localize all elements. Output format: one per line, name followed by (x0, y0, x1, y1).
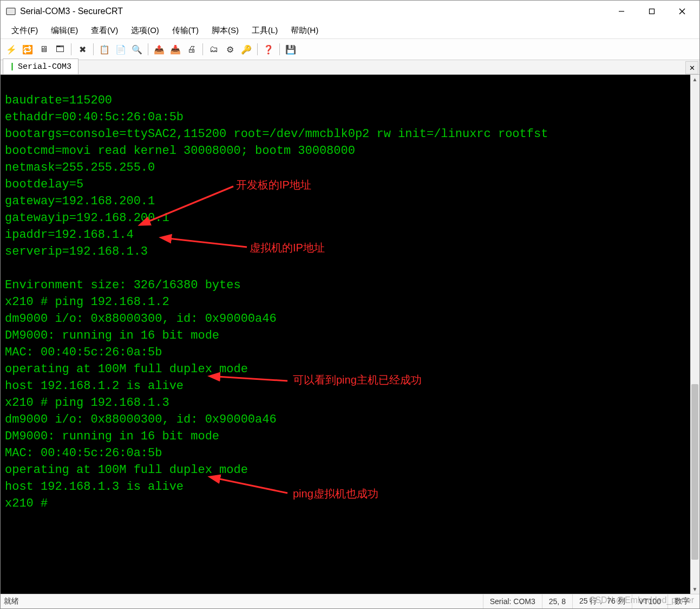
terminal-output[interactable]: baudrate=115200 ethaddr=00:40:5c:26:0a:5… (1, 87, 697, 582)
tool-reconnect-icon[interactable]: 🔁 (20, 42, 35, 57)
menu-view[interactable]: 查看(V) (84, 23, 125, 38)
toolbar-separator (148, 43, 148, 55)
titlebar: Serial-COM3 - SecureCRT (1, 1, 699, 22)
menu-file[interactable]: 文件(F) (5, 23, 44, 38)
svg-rect-1 (8, 9, 14, 14)
app-icon (6, 7, 16, 16)
menu-transfer[interactable]: 传输(T) (166, 23, 205, 38)
tool-quick-connect-icon[interactable]: ⚡ (4, 42, 19, 57)
tool-settings-icon[interactable]: ⚙ (223, 42, 238, 57)
tool-paste-icon[interactable]: 📄 (113, 42, 128, 57)
status-size: 25 行， 76 列 (572, 594, 632, 608)
tool-delete-icon[interactable]: ✖ (75, 42, 90, 57)
vertical-scrollbar[interactable]: ▲ ▼ (690, 75, 699, 594)
status-term: VT100 (632, 594, 668, 608)
toolbar-separator (257, 43, 258, 55)
tool-help-icon[interactable]: ❓ (261, 42, 276, 57)
toolbar-separator (279, 43, 280, 55)
tab-close-button[interactable]: ✕ (685, 61, 698, 74)
tool-new-session-icon[interactable]: 🖥 (36, 42, 51, 57)
menu-options[interactable]: 选项(O) (125, 23, 166, 38)
tab-bar: | Serial-COM3 ✕ (1, 60, 699, 75)
status-cursor: 25, 8 (542, 594, 572, 608)
statusbar: 就绪 Serial: COM3 25, 8 25 行， 76 列 VT100 数… (1, 594, 699, 608)
toolbar: ⚡ 🔁 🖥 🗔 ✖ 📋 📄 🔍 📤 📥 🖨 🗂 ⚙ 🔑 ❓ 💾 (1, 39, 699, 60)
terminal-area: baudrate=115200 ethaddr=00:40:5c:26:0a:5… (1, 75, 699, 594)
svg-rect-3 (650, 9, 655, 14)
scroll-thumb[interactable] (691, 384, 698, 559)
close-button[interactable] (667, 1, 697, 22)
status-extra: 数字 (668, 594, 696, 608)
status-serial: Serial: COM3 (483, 594, 542, 608)
menu-script[interactable]: 脚本(S) (205, 23, 245, 38)
toolbar-separator (202, 43, 203, 55)
tool-print-icon[interactable]: 🖨 (184, 42, 199, 57)
minimize-button[interactable] (606, 1, 637, 22)
tool-send-icon[interactable]: 📤 (152, 42, 167, 57)
maximize-button[interactable] (637, 1, 667, 22)
status-ready: 就绪 (4, 597, 19, 606)
toolbar-separator (71, 43, 71, 55)
menu-help[interactable]: 帮助(H) (284, 23, 325, 38)
window-title: Serial-COM3 - SecureCRT (20, 7, 123, 16)
session-tab-label: Serial-COM3 (18, 62, 71, 72)
tool-disconnect-icon[interactable]: 🗔 (53, 42, 68, 57)
connection-status-icon: | (10, 62, 15, 72)
tool-receive-icon[interactable]: 📥 (168, 42, 183, 57)
scroll-up-button[interactable]: ▲ (690, 75, 699, 84)
scroll-track[interactable] (690, 84, 699, 585)
app-window: Serial-COM3 - SecureCRT 文件(F) 编辑(E) 查看(V… (0, 0, 700, 609)
toolbar-separator (93, 43, 94, 55)
menu-edit[interactable]: 编辑(E) (44, 23, 84, 38)
tool-key-icon[interactable]: 🔑 (239, 42, 254, 57)
menu-tools[interactable]: 工具(L) (245, 23, 284, 38)
session-tab[interactable]: | Serial-COM3 (3, 59, 78, 74)
tool-properties-icon[interactable]: 🗂 (206, 42, 221, 57)
tool-find-icon[interactable]: 🔍 (129, 42, 145, 57)
scroll-down-button[interactable]: ▼ (690, 585, 699, 594)
tool-copy-icon[interactable]: 📋 (97, 42, 112, 57)
menubar: 文件(F) 编辑(E) 查看(V) 选项(O) 传输(T) 脚本(S) 工具(L… (1, 22, 699, 39)
tool-save-icon[interactable]: 💾 (283, 42, 298, 57)
